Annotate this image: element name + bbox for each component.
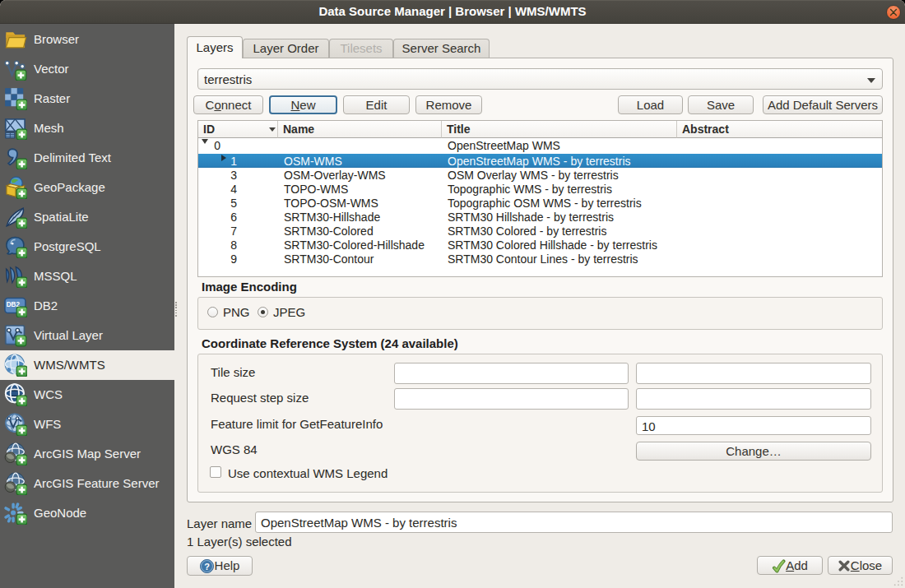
svg-text:?: ? bbox=[204, 562, 210, 572]
